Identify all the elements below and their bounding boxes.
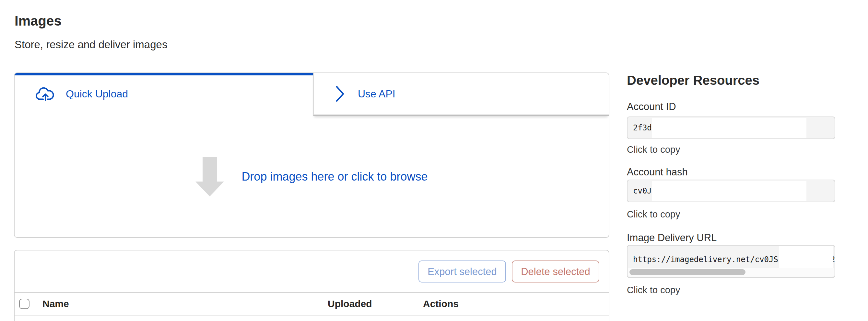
account-hash-value: cv0J xyxy=(633,187,652,195)
tab-quick-upload-label: Quick Upload xyxy=(66,89,128,99)
column-header-uploaded: Uploaded xyxy=(328,299,372,309)
horizontal-scrollbar-thumb[interactable] xyxy=(629,269,745,275)
chevron-right-icon xyxy=(335,85,345,102)
developer-resources-title: Developer Resources xyxy=(627,73,760,87)
delete-selected-button[interactable]: Delete selected xyxy=(512,260,599,283)
page-title: Images xyxy=(14,13,62,29)
image-delivery-url-copy-field[interactable]: https://imagedelivery.net/cv0JS 2 xyxy=(627,245,835,278)
table-header-row: Name Uploaded Actions xyxy=(14,293,609,316)
account-hash-copy-field[interactable]: cv0J xyxy=(627,180,835,202)
account-id-copy-field[interactable]: 2f3d xyxy=(627,116,835,139)
dropzone-label: Drop images here or click to browse xyxy=(242,171,428,182)
export-selected-button[interactable]: Export selected xyxy=(418,260,506,283)
developer-resources-panel: Developer Resources Account ID 2f3d Clic… xyxy=(627,72,835,299)
column-header-name: Name xyxy=(42,299,69,309)
image-delivery-url-copy-hint: Click to copy xyxy=(627,285,680,295)
cloud-upload-icon xyxy=(35,86,55,102)
account-id-label: Account ID xyxy=(627,102,676,112)
image-dropzone[interactable]: Drop images here or click to browse xyxy=(14,116,609,237)
image-delivery-url-value: https://imagedelivery.net/cv0JS xyxy=(633,256,778,263)
redaction-overlay xyxy=(652,118,806,138)
images-table-card: Export selected Delete selected Name Upl… xyxy=(14,250,609,321)
page-subtitle: Store, resize and deliver images xyxy=(14,39,167,50)
account-hash-copy-hint: Click to copy xyxy=(627,210,680,219)
down-arrow-icon xyxy=(195,157,224,197)
upload-panel: Quick Upload Use API Drop images here or… xyxy=(14,72,609,238)
redaction-overlay xyxy=(652,181,806,201)
tab-quick-upload[interactable]: Quick Upload xyxy=(14,73,313,114)
redaction-overlay xyxy=(779,246,833,270)
tab-use-api[interactable]: Use API xyxy=(313,73,609,116)
account-id-value: 2f3d xyxy=(633,124,652,132)
horizontal-scrollbar-track[interactable] xyxy=(628,268,834,277)
account-id-copy-hint: Click to copy xyxy=(627,145,680,154)
image-delivery-url-label: Image Delivery URL xyxy=(627,233,717,243)
select-all-checkbox[interactable] xyxy=(19,299,30,309)
tab-row: Quick Upload Use API xyxy=(14,73,609,114)
table-toolbar: Export selected Delete selected xyxy=(14,250,609,293)
column-header-actions: Actions xyxy=(423,299,459,309)
tab-use-api-label: Use API xyxy=(358,89,396,99)
account-hash-label: Account hash xyxy=(627,167,688,177)
